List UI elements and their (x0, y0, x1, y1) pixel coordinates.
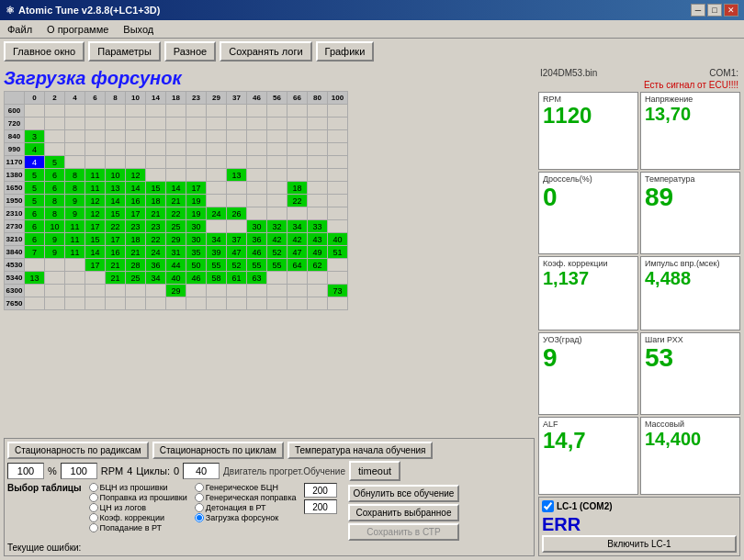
grid-cell[interactable] (287, 285, 308, 297)
grid-cell[interactable]: 18 (287, 182, 308, 195)
grid-cell[interactable] (65, 272, 85, 285)
grid-cell[interactable] (287, 105, 308, 118)
grid-cell[interactable]: 61 (227, 272, 247, 285)
btn-reset-all[interactable]: Обнулить все обучение (348, 485, 460, 502)
grid-cell[interactable]: 25 (126, 272, 146, 285)
grid-cell[interactable]: 18 (146, 195, 166, 207)
radio-gen-popravka[interactable]: Генерическая поправка (195, 493, 297, 502)
grid-cell[interactable] (166, 169, 186, 182)
grid-cell[interactable]: 22 (106, 220, 126, 233)
grid-cell[interactable]: 21 (106, 272, 126, 285)
grid-cell[interactable] (85, 297, 106, 310)
grid-cell[interactable] (25, 297, 45, 310)
grid-cell[interactable] (287, 272, 308, 285)
grid-cell[interactable]: 14 (166, 182, 186, 195)
grid-cell[interactable] (106, 285, 126, 297)
grid-cell[interactable]: 14 (85, 246, 106, 259)
grid-cell[interactable] (287, 130, 308, 143)
grid-cell[interactable] (287, 143, 308, 156)
grid-cell[interactable] (146, 169, 166, 182)
grid-cell[interactable]: 17 (186, 182, 207, 195)
grid-cell[interactable] (287, 169, 308, 182)
radio-popravka-proshivka[interactable]: Поправка из прошивки (89, 493, 187, 502)
grid-cell[interactable] (207, 105, 227, 118)
grid-cell[interactable]: 11 (65, 233, 85, 246)
grid-cell[interactable]: 12 (126, 169, 146, 182)
grid-cell[interactable]: 25 (166, 220, 186, 233)
grid-cell[interactable]: 13 (106, 182, 126, 195)
grid-cell[interactable] (227, 220, 247, 233)
grid-cell[interactable]: 6 (25, 207, 45, 220)
grid-cell[interactable] (308, 105, 328, 118)
close-button[interactable]: ✕ (724, 4, 738, 17)
grid-cell[interactable]: 10 (106, 169, 126, 182)
grid-cell[interactable] (146, 105, 166, 118)
grid-cell[interactable]: 40 (166, 272, 186, 285)
grid-cell[interactable]: 44 (166, 259, 186, 272)
grid-cell[interactable]: 49 (308, 246, 328, 259)
grid-cell[interactable]: 21 (126, 246, 146, 259)
grid-cell[interactable] (45, 143, 65, 156)
grid-cell[interactable]: 34 (207, 233, 227, 246)
grid-cell[interactable]: 14 (106, 195, 126, 207)
grid-cell[interactable] (45, 285, 65, 297)
grid-cell[interactable] (186, 143, 207, 156)
btn-stationary-cycles[interactable]: Стационарность по циклам (152, 442, 284, 459)
grid-cell[interactable] (207, 156, 227, 169)
grid-cell[interactable]: 63 (247, 272, 267, 285)
grid-cell[interactable] (65, 156, 85, 169)
grid-cell[interactable] (328, 259, 348, 272)
grid-cell[interactable]: 11 (85, 169, 106, 182)
grid-cell[interactable] (146, 156, 166, 169)
grid-cell[interactable] (166, 156, 186, 169)
grid-cell[interactable]: 17 (85, 259, 106, 272)
lc1-checkbox-label[interactable]: LC-1 (COM2) (542, 500, 613, 512)
grid-cell[interactable] (207, 297, 227, 310)
grid-cell[interactable] (85, 156, 106, 169)
grid-cell[interactable] (126, 156, 146, 169)
grid-cell[interactable] (308, 143, 328, 156)
grid-cell[interactable] (25, 105, 45, 118)
grid-cell[interactable]: 6 (25, 220, 45, 233)
grid-cell[interactable] (247, 118, 267, 130)
grid-cell[interactable] (166, 118, 186, 130)
grid-cell[interactable] (85, 130, 106, 143)
grid-cell[interactable] (247, 182, 267, 195)
grid-cell[interactable] (126, 297, 146, 310)
grid-cell[interactable] (328, 272, 348, 285)
grid-cell[interactable] (247, 195, 267, 207)
grid-cell[interactable] (25, 259, 45, 272)
grid-cell[interactable] (267, 285, 287, 297)
grid-cell[interactable] (207, 182, 227, 195)
grid-cell[interactable]: 31 (166, 246, 186, 259)
grid-cell[interactable]: 47 (287, 246, 308, 259)
grid-cell[interactable] (146, 143, 166, 156)
grid-cell[interactable]: 12 (85, 195, 106, 207)
grid-cell[interactable]: 9 (45, 246, 65, 259)
grid-cell[interactable]: 46 (247, 246, 267, 259)
grid-cell[interactable] (247, 130, 267, 143)
grid-cell[interactable] (166, 130, 186, 143)
grid-cell[interactable]: 18 (126, 233, 146, 246)
grid-cell[interactable] (308, 297, 328, 310)
grid-cell[interactable] (45, 259, 65, 272)
grid-cell[interactable]: 37 (227, 233, 247, 246)
menu-about[interactable]: О программе (43, 24, 112, 35)
grid-cell[interactable] (207, 220, 227, 233)
grid-cell[interactable] (106, 118, 126, 130)
grid-cell[interactable]: 55 (207, 259, 227, 272)
grid-cell[interactable]: 33 (308, 220, 328, 233)
btn-save-str[interactable]: Сохранить в СТР (348, 523, 460, 541)
grid-cell[interactable] (85, 143, 106, 156)
grid-cell[interactable]: 26 (227, 207, 247, 220)
grid-cell[interactable]: 5 (25, 182, 45, 195)
grid-cell[interactable] (227, 195, 247, 207)
grid-cell[interactable] (328, 220, 348, 233)
grid-cell[interactable]: 34 (287, 220, 308, 233)
grid-cell[interactable]: 32 (267, 220, 287, 233)
grid-cell[interactable] (308, 195, 328, 207)
grid-cell[interactable] (227, 105, 247, 118)
grid-cell[interactable]: 52 (227, 259, 247, 272)
grid-cell[interactable]: 51 (328, 246, 348, 259)
field-value2[interactable] (61, 463, 97, 479)
